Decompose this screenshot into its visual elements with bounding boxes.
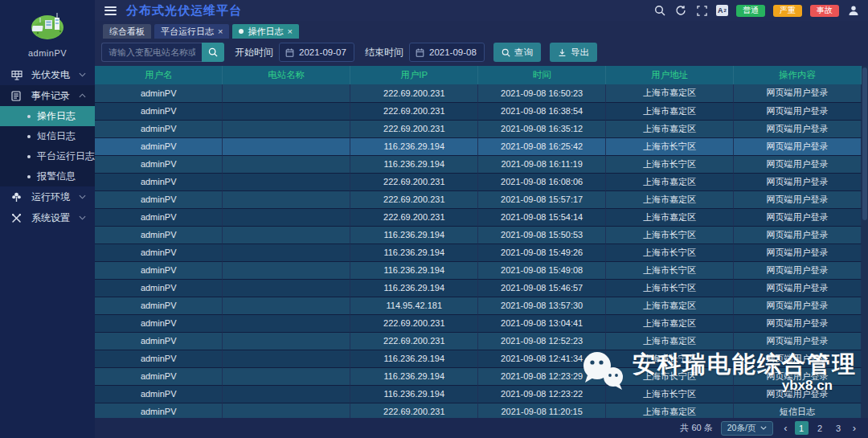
table-row[interactable]: adminPV116.236.29.1942021-09-08 15:49:08…: [95, 261, 862, 279]
tab-label: 平台运行日志: [161, 26, 214, 38]
tab-操作日志[interactable]: 操作日志×: [232, 24, 298, 39]
cell-address: 上海市长宁区: [606, 226, 734, 244]
table-row[interactable]: adminPV114.95.42.1812021-09-08 13:57:30上…: [95, 297, 862, 314]
cell-time: 2021-09-08 15:46:57: [478, 279, 606, 297]
station-search-input[interactable]: [101, 43, 202, 62]
cell-user: adminPV: [95, 208, 223, 226]
cell-time: 2021-09-08 16:25:42: [478, 137, 606, 155]
cell-action: 网页端用户登录: [734, 385, 862, 403]
menu-group-运行环境: 运行环境: [0, 186, 95, 207]
scrollbar-thumb[interactable]: [862, 68, 867, 220]
chevron-down-icon: [79, 72, 87, 77]
cell-action: 网页端用户登录: [734, 102, 862, 120]
font-size-icon[interactable]: A2: [716, 5, 728, 16]
sidebar-item-运行环境[interactable]: 运行环境: [0, 186, 95, 207]
download-icon: [558, 48, 567, 57]
column-header-电站名称: 电站名称: [223, 66, 350, 84]
table-row[interactable]: adminPV222.69.200.2312021-09-08 11:20:15…: [95, 403, 862, 418]
cell-action: 网页端用户登录: [734, 314, 862, 332]
cell-user: adminPV: [95, 403, 223, 418]
cell-station: [223, 190, 350, 208]
sidebar-item-label: 系统设置: [31, 211, 79, 225]
table-row[interactable]: adminPV116.236.29.1942021-09-08 15:49:26…: [95, 244, 862, 261]
cell-user: adminPV: [95, 350, 223, 367]
table-row[interactable]: adminPV222.69.200.2312021-09-08 12:52:23…: [95, 332, 862, 350]
cell-action: 网页端用户登录: [734, 297, 862, 314]
cell-action: 网页端用户登录: [734, 155, 862, 173]
alarm-badge-accident[interactable]: 事故: [810, 5, 839, 17]
query-button[interactable]: 查询: [493, 43, 541, 62]
page-button-1[interactable]: 1: [795, 421, 809, 435]
tab-综合看板[interactable]: 综合看板: [103, 24, 151, 39]
table-row[interactable]: adminPV116.236.29.1942021-09-08 12:41:34…: [95, 350, 862, 367]
table-row[interactable]: adminPV116.236.29.1942021-09-08 12:23:29…: [95, 367, 862, 385]
tab-close-icon[interactable]: ×: [287, 27, 292, 36]
chevron-down-icon: [79, 215, 87, 220]
hamburger-menu-icon[interactable]: [104, 6, 117, 15]
pager: ‹ 123 ›: [781, 421, 858, 435]
tab-close-icon[interactable]: ×: [218, 27, 223, 36]
platform-logo-icon: [28, 6, 67, 45]
table-row[interactable]: adminPV222.69.200.2312021-09-08 16:38:54…: [95, 102, 862, 120]
table-row[interactable]: adminPV116.236.29.1942021-09-08 15:46:57…: [95, 279, 862, 297]
table-row[interactable]: adminPV222.69.200.2312021-09-08 16:35:12…: [95, 120, 862, 137]
tab-label: 操作日志: [248, 26, 283, 38]
sidebar-subitem-平台运行日志[interactable]: 平台运行日志: [0, 146, 95, 166]
cell-address: 上海市长宁区: [606, 137, 734, 155]
sidebar-subitem-操作日志[interactable]: 操作日志: [0, 106, 95, 126]
cell-address: 上海市嘉定区: [606, 297, 734, 314]
cell-address: 上海市嘉定区: [606, 120, 734, 137]
next-page-button[interactable]: ›: [850, 422, 858, 434]
cell-address: 上海市长宁区: [606, 385, 734, 403]
table-header-row: 用户名电站名称用户IP时间用户地址操作内容: [95, 66, 862, 84]
cell-time: 2021-09-08 12:23:29: [478, 367, 606, 385]
cell-user: adminPV: [95, 367, 223, 385]
table-row[interactable]: adminPV222.69.200.2312021-09-08 16:08:06…: [95, 173, 862, 190]
fullscreen-icon[interactable]: [695, 4, 708, 17]
tab-平台运行日志[interactable]: 平台运行日志×: [154, 24, 229, 39]
user-icon[interactable]: [847, 4, 860, 17]
end-date-picker[interactable]: 2021-09-08: [409, 43, 485, 62]
sidebar-subitem-报警信息[interactable]: 报警信息: [0, 166, 95, 186]
pv-icon: [11, 69, 24, 80]
sidebar-item-光伏发电[interactable]: 光伏发电: [0, 64, 95, 85]
tab-label: 综合看板: [109, 26, 145, 38]
alarm-badge-normal[interactable]: 普通: [736, 5, 765, 17]
cell-time: 2021-09-08 12:23:22: [478, 385, 606, 403]
table-row[interactable]: adminPV116.236.29.1942021-09-08 16:11:19…: [95, 155, 862, 173]
export-button[interactable]: 导出: [550, 43, 597, 62]
table-row[interactable]: adminPV116.236.29.1942021-09-08 15:50:53…: [95, 226, 862, 244]
cell-ip: 222.69.200.231: [350, 173, 478, 190]
alarm-badge-serious[interactable]: 严重: [773, 5, 802, 17]
cell-user: adminPV: [95, 102, 223, 120]
cell-time: 2021-09-08 16:38:54: [478, 102, 606, 120]
table-row[interactable]: adminPV222.69.200.2312021-09-08 15:54:14…: [95, 208, 862, 226]
cell-station: [223, 314, 350, 332]
cell-time: 2021-09-08 16:08:06: [478, 173, 606, 190]
sidebar-menu: 光伏发电事件记录操作日志短信日志平台运行日志报警信息运行环境系统设置: [0, 64, 95, 438]
table-row[interactable]: adminPV222.69.200.2312021-09-08 15:57:17…: [95, 190, 862, 208]
search-button[interactable]: [202, 43, 224, 62]
cell-ip: 222.69.200.231: [350, 190, 478, 208]
start-date-picker[interactable]: 2021-09-07: [279, 43, 354, 62]
prev-page-button[interactable]: ‹: [781, 422, 789, 434]
sidebar-item-事件记录[interactable]: 事件记录: [0, 85, 95, 106]
vertical-scrollbar[interactable]: [862, 66, 868, 418]
cell-user: adminPV: [95, 226, 223, 244]
cell-time: 2021-09-08 12:52:23: [478, 332, 606, 350]
table-row[interactable]: adminPV116.236.29.1942021-09-08 16:25:42…: [95, 137, 862, 155]
column-header-用户名: 用户名: [95, 66, 223, 84]
page-size-select[interactable]: 20条/页: [721, 421, 774, 436]
table-row[interactable]: adminPV222.69.200.2312021-09-08 13:04:41…: [95, 314, 862, 332]
cell-ip: 222.69.200.231: [350, 84, 478, 102]
cell-action: 网页端用户登录: [734, 226, 862, 244]
menu-group-事件记录: 事件记录操作日志短信日志平台运行日志报警信息: [0, 85, 95, 186]
page-button-2[interactable]: 2: [813, 421, 827, 435]
table-row[interactable]: adminPV222.69.200.2312021-09-08 16:50:23…: [95, 84, 862, 102]
table-row[interactable]: adminPV116.236.29.1942021-09-08 12:23:22…: [95, 385, 862, 403]
refresh-icon[interactable]: [674, 4, 687, 17]
sidebar-item-系统设置[interactable]: 系统设置: [0, 207, 95, 228]
sidebar-subitem-短信日志[interactable]: 短信日志: [0, 126, 95, 146]
page-button-3[interactable]: 3: [832, 421, 845, 435]
search-icon[interactable]: [653, 4, 666, 17]
